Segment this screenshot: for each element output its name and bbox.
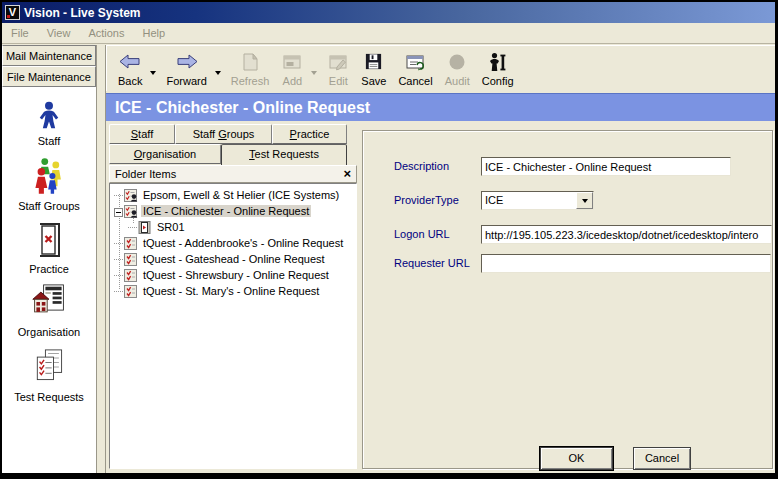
refresh-page-icon [240, 50, 260, 74]
app-logo-icon: V [5, 5, 20, 20]
practice-door-icon [33, 248, 65, 260]
sidebar-item-label: Practice [2, 263, 96, 275]
sidebar-item-staff-groups[interactable]: Staff Groups [2, 157, 96, 212]
tree-item-tquest-st-marys[interactable]: tQuest - St. Mary's - Online Request [110, 283, 356, 299]
close-icon[interactable]: × [343, 168, 351, 180]
sidebar-item-test-requests[interactable]: Test Requests [2, 348, 96, 403]
tree-item-epsom[interactable]: Epsom, Ewell & St Helier (ICE Systems) [110, 187, 356, 203]
audit-button[interactable]: Audit [439, 48, 476, 90]
window-title: Vision - Live System [24, 6, 141, 20]
organisation-building-icon [31, 311, 67, 323]
provider-type-label: ProviderType [394, 194, 459, 206]
detail-form-panel: Description ProviderType ICE Logon URL R… [362, 130, 773, 469]
requester-url-input[interactable] [481, 254, 771, 273]
menu-file[interactable]: File [2, 24, 38, 42]
folder-tree: Epsom, Ewell & St Helier (ICE Systems) I… [109, 183, 357, 469]
checklist-icon [124, 253, 138, 266]
tree-item-tquest-addenbrookes[interactable]: tQuest - Addenbrooke's - Online Request [110, 235, 356, 251]
tab-row-1: Staff Staff Groups Practice [109, 124, 357, 144]
requester-url-label: Requester URL [394, 257, 470, 269]
checklist-icon [124, 269, 138, 282]
sidebar-button-file-maintenance[interactable]: File Maintenance [2, 66, 96, 87]
forward-arrow-icon [175, 50, 199, 74]
logon-url-label: Logon URL [394, 228, 450, 240]
sidebar-item-label: Organisation [2, 326, 96, 338]
config-button[interactable]: Config [476, 48, 520, 90]
cancel-window-icon [405, 50, 426, 74]
tab-test-requests[interactable]: Test Requests [221, 144, 347, 165]
sidebar: Mail Maintenance File Maintenance Staff … [2, 45, 96, 473]
toolbar: Back Forward Refresh Add Edit [106, 45, 775, 91]
ok-button[interactable]: OK [540, 447, 613, 470]
forward-button[interactable]: Forward [160, 48, 212, 90]
page-title: ICE - Chichester - Online Request [106, 93, 775, 121]
checklist-person-icon [124, 189, 138, 202]
sidebar-item-staff[interactable]: Staff [2, 100, 96, 147]
edit-window-icon [328, 50, 348, 74]
checklist-icon [124, 237, 138, 250]
sidebar-item-practice[interactable]: Practice [2, 222, 96, 275]
description-label: Description [394, 160, 449, 172]
cancel-dialog-button[interactable]: Cancel [633, 447, 691, 470]
main-area: Back Forward Refresh Add Edit [106, 45, 775, 473]
sidebar-item-label: Staff Groups [2, 200, 96, 212]
chevron-down-icon[interactable] [576, 192, 593, 209]
config-person-icon [488, 50, 507, 74]
sidebar-item-label: Test Requests [2, 391, 96, 403]
tab-practice[interactable]: Practice [272, 124, 347, 144]
menu-help[interactable]: Help [133, 24, 174, 42]
tab-staff[interactable]: Staff [109, 124, 175, 144]
staff-groups-icon [32, 185, 66, 197]
add-dropdown-arrow[interactable] [309, 58, 319, 88]
menu-bar: File View Actions Help [2, 23, 775, 44]
add-button[interactable]: Add [275, 48, 309, 90]
tab-organisation[interactable]: Organisation [109, 144, 221, 164]
sidebar-splitter[interactable] [96, 45, 106, 473]
sidebar-button-mail-maintenance[interactable]: Mail Maintenance [2, 45, 96, 66]
sidebar-item-organisation[interactable]: Organisation [2, 283, 96, 338]
checklist-icon [124, 285, 138, 298]
logon-url-input[interactable] [481, 225, 772, 244]
test-requests-papers-icon [31, 376, 67, 388]
door-icon [138, 221, 152, 234]
refresh-button[interactable]: Refresh [225, 48, 276, 90]
back-dropdown-arrow[interactable] [148, 58, 158, 88]
collapse-expander-icon[interactable] [114, 207, 123, 216]
tab-row-2: Organisation Test Requests [109, 144, 357, 164]
forward-dropdown-arrow[interactable] [213, 58, 223, 88]
tree-item-tquest-shrewsbury[interactable]: tQuest - Shrewsbury - Online Request [110, 267, 356, 283]
title-bar[interactable]: V Vision - Live System [2, 2, 775, 23]
checklist-person-icon [124, 205, 138, 218]
tree-item-ice-chichester[interactable]: ICE - Chichester - Online Request [110, 203, 356, 219]
tab-staff-groups[interactable]: Staff Groups [175, 124, 272, 144]
provider-type-select[interactable]: ICE [481, 191, 594, 210]
folder-items-title: Folder Items [115, 168, 343, 180]
tree-item-sr01[interactable]: SR01 [110, 219, 356, 235]
add-window-icon [282, 50, 302, 74]
sidebar-item-label: Staff [2, 135, 96, 147]
staff-person-icon [34, 120, 64, 132]
folder-pane: Staff Staff Groups Practice Organisation… [109, 124, 357, 469]
save-button[interactable]: Save [355, 48, 392, 90]
back-arrow-icon [118, 50, 142, 74]
edit-button[interactable]: Edit [321, 48, 355, 90]
save-floppy-icon [364, 50, 383, 74]
description-input[interactable] [481, 157, 731, 176]
tree-item-tquest-gateshead[interactable]: tQuest - Gateshead - Online Request [110, 251, 356, 267]
folder-items-header: Folder Items × [109, 165, 357, 183]
menu-view[interactable]: View [38, 24, 80, 42]
menu-actions[interactable]: Actions [79, 24, 133, 42]
back-button[interactable]: Back [112, 48, 148, 90]
app-window: V Vision - Live System File View Actions… [0, 0, 778, 479]
cancel-button[interactable]: Cancel [392, 48, 438, 90]
audit-circle-icon [448, 50, 466, 74]
